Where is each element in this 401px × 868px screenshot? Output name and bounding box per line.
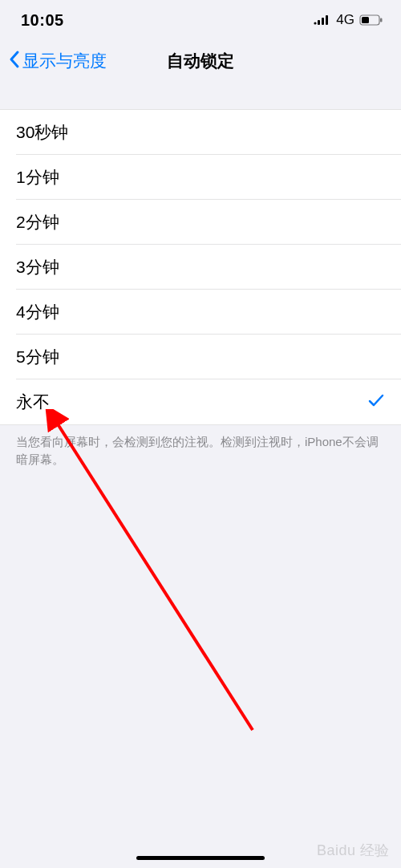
chevron-left-icon: [8, 50, 21, 73]
status-time: 10:05: [21, 11, 64, 30]
status-right: 4G: [314, 12, 383, 28]
option-2min[interactable]: 2分钟: [0, 200, 401, 245]
page-title: 自动锁定: [167, 50, 234, 72]
footer-note: 当您看向屏幕时，会检测到您的注视。检测到注视时，iPhone不会调暗屏幕。: [0, 425, 401, 468]
options-list: 30秒钟 1分钟 2分钟 3分钟 4分钟 5分钟 永不: [0, 109, 401, 425]
svg-rect-1: [318, 20, 320, 25]
checkmark-icon: [367, 391, 385, 413]
option-5min[interactable]: 5分钟: [0, 335, 401, 379]
nav-back-label: 显示与亮度: [22, 50, 107, 72]
status-bar: 10:05 4G: [0, 0, 401, 40]
svg-rect-2: [322, 18, 324, 25]
network-label: 4G: [336, 12, 354, 28]
svg-point-0: [314, 22, 317, 24]
option-30s[interactable]: 30秒钟: [0, 110, 401, 155]
watermark: Baidu 经验: [317, 841, 390, 860]
nav-bar: 显示与亮度 自动锁定: [0, 40, 401, 82]
option-label: 2分钟: [16, 211, 59, 233]
option-label: 永不: [16, 391, 50, 413]
home-indicator[interactable]: [136, 856, 265, 860]
option-never[interactable]: 永不: [0, 379, 401, 424]
option-label: 30秒钟: [16, 121, 68, 144]
option-1min[interactable]: 1分钟: [0, 155, 401, 200]
option-label: 3分钟: [16, 256, 59, 278]
nav-back-button[interactable]: 显示与亮度: [8, 50, 107, 73]
signal-icon: [314, 14, 331, 26]
option-label: 1分钟: [16, 166, 59, 189]
option-4min[interactable]: 4分钟: [0, 290, 401, 335]
option-label: 4分钟: [16, 301, 59, 323]
svg-rect-3: [326, 15, 328, 25]
svg-rect-5: [362, 17, 369, 23]
option-3min[interactable]: 3分钟: [0, 245, 401, 290]
option-label: 5分钟: [16, 346, 59, 368]
svg-rect-6: [380, 18, 383, 22]
battery-icon: [359, 14, 383, 26]
